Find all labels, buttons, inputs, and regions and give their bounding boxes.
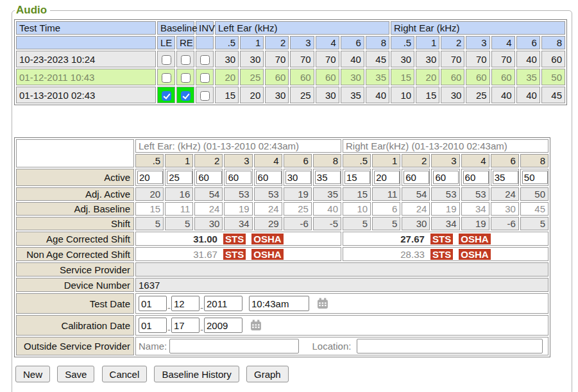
active-threshold-input[interactable] bbox=[404, 171, 429, 184]
outside-service-provider-row: Outside Service Provider Name: Location: bbox=[16, 337, 548, 355]
col-header-inv: INV bbox=[196, 21, 214, 35]
adj-baseline-value: 25 bbox=[284, 202, 312, 216]
baseline-le-checkbox[interactable] bbox=[162, 91, 171, 101]
shift-value: 34 bbox=[431, 217, 459, 230]
active-threshold-input[interactable] bbox=[256, 171, 282, 184]
calendar-icon[interactable] bbox=[250, 322, 262, 333]
left-ear-value: 25 bbox=[240, 69, 264, 85]
inv-checkbox[interactable] bbox=[200, 73, 210, 83]
col-header-le: LE bbox=[157, 36, 175, 49]
test-date-year-input[interactable] bbox=[204, 296, 242, 311]
sts-badge: STS bbox=[430, 234, 453, 244]
adj-baseline-value: 19 bbox=[224, 202, 252, 216]
active-threshold-input[interactable] bbox=[493, 171, 518, 184]
inv-cell bbox=[196, 51, 214, 67]
test-date-day-input[interactable] bbox=[171, 296, 200, 311]
adj-baseline-value: 24 bbox=[402, 202, 430, 216]
adj-active-value: 20 bbox=[135, 187, 164, 201]
active-threshold-input[interactable] bbox=[285, 171, 311, 184]
baseline-le-checkbox[interactable] bbox=[162, 55, 171, 65]
left-ear-value: 30 bbox=[265, 87, 289, 103]
freq-header: 3 bbox=[431, 154, 459, 167]
freq-header: 2 bbox=[194, 154, 223, 167]
right-ear-value: 20 bbox=[416, 69, 439, 85]
left-ear-value: 45 bbox=[366, 51, 389, 67]
active-threshold-input[interactable] bbox=[167, 171, 192, 184]
active-threshold-input[interactable] bbox=[226, 171, 251, 184]
non-age-corrected-right-value: 28.33 bbox=[400, 249, 425, 260]
cancel-button[interactable]: Cancel bbox=[102, 366, 148, 382]
baseline-le-checkbox[interactable] bbox=[162, 73, 171, 83]
adj-baseline-value: 24 bbox=[254, 202, 282, 216]
shift-value: 5 bbox=[343, 217, 371, 230]
baseline-re-checkbox[interactable] bbox=[181, 55, 191, 65]
empty-header-cell bbox=[196, 36, 214, 49]
age-corrected-left-value: 31.00 bbox=[193, 234, 217, 244]
row-label-outside-service-provider: Outside Service Provider bbox=[16, 337, 134, 355]
active-threshold-input[interactable] bbox=[463, 171, 489, 184]
adj-baseline-value: 24 bbox=[194, 202, 223, 216]
row-label-shift: Shift bbox=[16, 217, 134, 230]
right-ear-header: Right Ear(kHz) (01-13-2010 02:43am) bbox=[343, 139, 548, 153]
adj-baseline-value: 15 bbox=[135, 202, 164, 216]
calibration-day-input[interactable] bbox=[171, 318, 200, 333]
active-row: Active bbox=[16, 169, 548, 186]
active-threshold-input[interactable] bbox=[522, 171, 548, 184]
baseline-re-checkbox[interactable] bbox=[181, 73, 191, 83]
calibration-month-input[interactable] bbox=[139, 318, 167, 333]
inv-cell bbox=[196, 87, 214, 103]
row-label-service-provider: Service Provider bbox=[16, 262, 134, 277]
left-ear-value: 30 bbox=[341, 69, 364, 85]
right-ear-value: 60 bbox=[491, 69, 515, 85]
row-label-age-corrected-shift: Age Corrected Shift bbox=[16, 232, 134, 246]
non-age-corrected-shift-row: Non Age Corrected Shift 31.67 STS OSHA 2… bbox=[16, 247, 548, 261]
active-threshold-input[interactable] bbox=[137, 171, 163, 184]
test-row[interactable]: 10-23-2023 10:24 30 30 70 70 70 40 45 30… bbox=[16, 51, 565, 67]
save-button[interactable]: Save bbox=[57, 366, 94, 382]
active-threshold-input[interactable] bbox=[374, 171, 400, 184]
adj-baseline-row: Adj. Baseline 15 11 24 19 24 25 40 10 6 … bbox=[16, 202, 548, 216]
outside-provider-location-input[interactable] bbox=[357, 339, 543, 354]
baseline-re-cell bbox=[176, 51, 194, 67]
baseline-re-checkbox[interactable] bbox=[181, 91, 191, 101]
freq-header: 8 bbox=[366, 36, 389, 49]
freq-header: 8 bbox=[520, 154, 548, 167]
freq-header: 1 bbox=[240, 36, 264, 49]
adj-active-value: 11 bbox=[372, 187, 400, 201]
shift-row: Shift 5 5 30 34 29 -6 -5 5 5 30 34 19 -6… bbox=[16, 217, 548, 230]
inv-checkbox[interactable] bbox=[200, 55, 210, 65]
left-ear-header: Left Ear: (kHz) (01-13-2010 02:43am) bbox=[135, 139, 341, 153]
date-separator: - bbox=[167, 324, 171, 335]
test-row[interactable]: 01-12-2011 10:43 20 25 60 60 60 30 35 15… bbox=[16, 69, 565, 85]
date-separator: - bbox=[200, 324, 203, 335]
freq-header: 1 bbox=[416, 36, 439, 49]
baseline-re-cell bbox=[176, 87, 194, 103]
freq-header: 6 bbox=[516, 36, 540, 49]
left-ear-value: 20 bbox=[240, 87, 264, 103]
active-threshold-input[interactable] bbox=[315, 171, 341, 184]
test-row[interactable]: 01-13-2010 02:43 15 20 30 25 30 35 40 10… bbox=[16, 87, 565, 103]
calendar-icon[interactable] bbox=[317, 300, 328, 311]
inv-checkbox[interactable] bbox=[200, 91, 210, 101]
baseline-history-button[interactable]: Baseline History bbox=[154, 366, 239, 382]
test-time-input[interactable] bbox=[249, 296, 309, 311]
left-ear-value: 30 bbox=[316, 87, 339, 103]
row-label-adj-baseline: Adj. Baseline bbox=[16, 202, 134, 216]
adj-active-value: 53 bbox=[254, 187, 282, 201]
active-threshold-input[interactable] bbox=[344, 171, 370, 184]
freq-header: 4 bbox=[461, 154, 489, 167]
shift-value: -6 bbox=[284, 217, 312, 230]
adj-active-value: 19 bbox=[284, 187, 312, 201]
test-date-month-input[interactable] bbox=[139, 296, 167, 311]
outside-provider-name-input[interactable] bbox=[169, 339, 299, 354]
active-threshold-input[interactable] bbox=[433, 171, 459, 184]
freq-header: 3 bbox=[224, 154, 252, 167]
baseline-re-cell bbox=[176, 69, 194, 85]
calibration-year-input[interactable] bbox=[204, 318, 242, 333]
adj-baseline-value: 6 bbox=[372, 202, 400, 216]
active-threshold-input[interactable] bbox=[196, 171, 222, 184]
graph-button[interactable]: Graph bbox=[246, 366, 289, 382]
test-time-cell: 01-12-2011 10:43 bbox=[16, 69, 156, 85]
new-button[interactable]: New bbox=[15, 366, 50, 382]
history-header-row: Test Time Baseline INV Left Ear (kHz) Ri… bbox=[16, 21, 565, 35]
